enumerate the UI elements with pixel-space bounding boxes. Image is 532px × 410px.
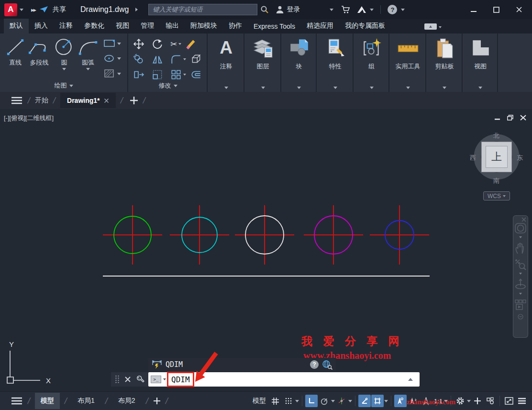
- viewcube-west[interactable]: 西: [470, 154, 476, 162]
- layout-menu-icon[interactable]: [11, 397, 23, 405]
- panel-annotation[interactable]: A 注释: [209, 33, 244, 92]
- orbit-dropdown-icon[interactable]: [519, 293, 522, 295]
- search-icon[interactable]: [260, 5, 269, 14]
- polyline-button[interactable]: 多段线: [27, 36, 52, 67]
- tab-addins[interactable]: 附加模块: [185, 19, 223, 33]
- wcs-button[interactable]: WCS: [483, 191, 510, 200]
- view-dropdown-icon[interactable]: [478, 87, 482, 89]
- annotation-visibility-button[interactable]: [394, 395, 407, 407]
- line-button[interactable]: 直线: [5, 36, 26, 67]
- trim-button[interactable]: ✂: [170, 39, 177, 49]
- navwheel-dropdown-icon[interactable]: [519, 236, 522, 238]
- tab-annotate[interactable]: 注释: [54, 19, 78, 33]
- autodesk-logo-icon[interactable]: [356, 5, 367, 14]
- array-dropdown-icon[interactable]: [183, 74, 186, 76]
- polar-tracking-button[interactable]: [318, 395, 331, 407]
- panel-groups[interactable]: 组: [355, 33, 389, 92]
- navbar-collapse-icon[interactable]: [518, 314, 523, 320]
- isolate-objects-button[interactable]: [484, 395, 497, 407]
- stretch-button[interactable]: [133, 69, 144, 80]
- tab-close-icon[interactable]: [104, 98, 109, 103]
- block-dropdown-icon[interactable]: [297, 87, 301, 89]
- ortho-mode-button[interactable]: [305, 395, 318, 407]
- share-plane-icon[interactable]: [39, 6, 49, 13]
- tab-manage[interactable]: 管理: [135, 19, 160, 33]
- clean-screen-button[interactable]: [503, 395, 515, 407]
- sign-in-button[interactable]: 登录: [276, 5, 300, 14]
- command-prompt-icon[interactable]: >_: [151, 376, 161, 383]
- copy-button[interactable]: [133, 54, 144, 65]
- properties-dropdown-icon[interactable]: [333, 87, 337, 89]
- viewcube-north[interactable]: 北: [493, 132, 499, 140]
- panel-utilities[interactable]: 实用工具: [390, 33, 426, 92]
- box-button[interactable]: [190, 54, 202, 65]
- mirror-button[interactable]: [152, 54, 163, 65]
- isodraft-dropdown-icon[interactable]: [348, 400, 352, 402]
- title-expand-caret-icon[interactable]: [135, 8, 138, 11]
- object-snap-button[interactable]: [371, 395, 384, 407]
- ellipse-button[interactable]: [103, 54, 121, 63]
- tab-my-panel[interactable]: 我的专属面板: [339, 19, 391, 33]
- app-menu-button[interactable]: A: [4, 3, 17, 16]
- layers-dropdown-icon[interactable]: [261, 87, 265, 89]
- polar-dropdown-icon[interactable]: [331, 400, 335, 402]
- qat-expand-icon[interactable]: ▸▸: [31, 6, 35, 13]
- panel-properties[interactable]: 特性: [318, 33, 354, 92]
- customize-wrench-icon[interactable]: [136, 375, 144, 384]
- array-button[interactable]: [170, 69, 182, 80]
- drawing-canvas[interactable]: [-][俯视][二维线框] YX 北 西 东 南 上 WCS: [0, 109, 532, 391]
- tab-insert[interactable]: 插入: [29, 19, 54, 33]
- tab-collaborate[interactable]: 协作: [223, 19, 248, 33]
- clipboard-dropdown-icon[interactable]: [443, 87, 446, 89]
- panel-view[interactable]: 视图: [464, 33, 498, 92]
- grid-display-button[interactable]: [269, 395, 282, 407]
- isodraft-button[interactable]: [335, 395, 348, 407]
- draw-panel-title[interactable]: 绘图: [0, 81, 127, 90]
- move-button[interactable]: [133, 38, 144, 50]
- scale-button[interactable]: [152, 69, 163, 80]
- help-button[interactable]: ?: [388, 5, 397, 14]
- showmotion-icon[interactable]: [514, 299, 527, 311]
- tab-express-tools[interactable]: Express Tools: [248, 20, 301, 33]
- hatch-button[interactable]: [103, 69, 121, 78]
- tab-drawing1[interactable]: Drawing1*: [60, 93, 115, 108]
- zoom-dropdown-icon[interactable]: [519, 273, 522, 275]
- pan-hand-icon[interactable]: [515, 242, 526, 255]
- tab-parametric[interactable]: 参数化: [78, 19, 110, 33]
- panel-block[interactable]: 块: [282, 33, 317, 92]
- rotate-button[interactable]: [152, 38, 163, 50]
- share-button[interactable]: 共享: [53, 5, 66, 14]
- minimize-button[interactable]: [470, 7, 477, 12]
- grip-dots-icon[interactable]: [115, 375, 120, 384]
- commandline-grip[interactable]: [111, 372, 148, 387]
- command-input-value[interactable]: QDIM: [168, 375, 193, 385]
- modify-panel-title[interactable]: 修改: [129, 81, 207, 90]
- customization-gear-button[interactable]: [454, 395, 466, 407]
- utilities-dropdown-icon[interactable]: [406, 87, 410, 89]
- ribbon-collapse-caret-icon[interactable]: [439, 26, 442, 28]
- navbar-close-icon[interactable]: [521, 217, 526, 222]
- app-store-cart-icon[interactable]: [341, 5, 351, 14]
- arc-button[interactable]: 圆弧: [77, 36, 100, 70]
- viewcube-top-face[interactable]: 上: [481, 142, 512, 172]
- trim-dropdown-icon[interactable]: [178, 43, 181, 45]
- customize-plus-button[interactable]: [471, 395, 484, 407]
- tab-layout1[interactable]: 布局1: [72, 393, 100, 409]
- panel-layers[interactable]: 图层: [245, 33, 281, 92]
- tab-default[interactable]: 默认: [4, 19, 29, 33]
- annotation-dropdown-icon[interactable]: [224, 87, 228, 89]
- help-caret-icon[interactable]: [401, 9, 405, 11]
- navigation-wheel-icon[interactable]: [514, 222, 527, 234]
- model-space-button[interactable]: 模型: [250, 395, 269, 407]
- autodesk-caret-icon[interactable]: [370, 9, 374, 11]
- circle-button[interactable]: 圆: [54, 36, 75, 70]
- fillet-button[interactable]: [170, 54, 182, 65]
- help-search-input[interactable]: 键入关键字或短语: [148, 4, 257, 15]
- commandline-close-icon[interactable]: [124, 376, 131, 383]
- snap-mode-button[interactable]: [282, 395, 295, 407]
- rectangle-button[interactable]: [103, 39, 121, 48]
- zoom-icon[interactable]: [514, 258, 527, 271]
- tab-featured-apps[interactable]: 精选应用: [301, 19, 339, 33]
- circle-dropdown-icon[interactable]: [62, 68, 66, 70]
- viewcube-south[interactable]: 南: [493, 177, 499, 185]
